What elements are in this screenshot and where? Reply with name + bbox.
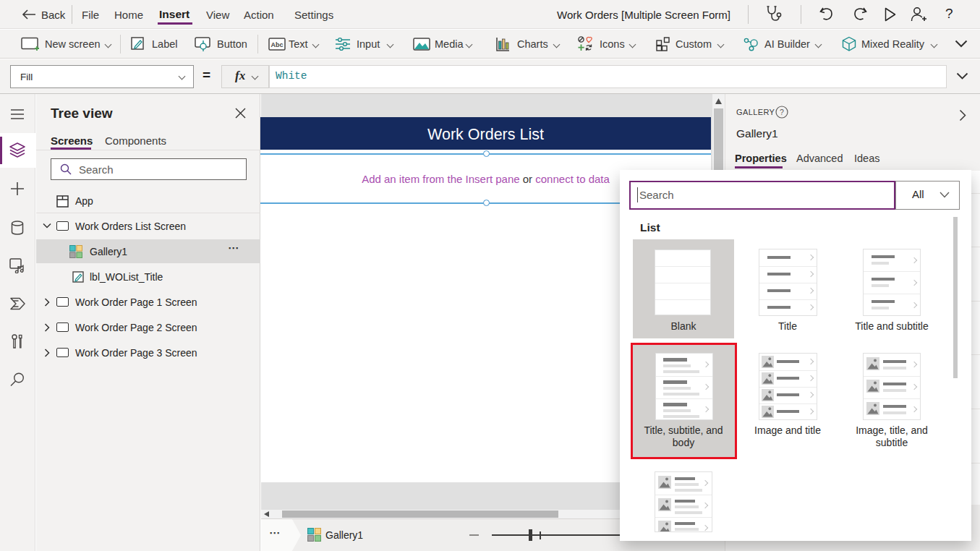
svg-text:?: ? [780, 108, 784, 116]
svg-text:Abc: Abc [270, 41, 283, 48]
